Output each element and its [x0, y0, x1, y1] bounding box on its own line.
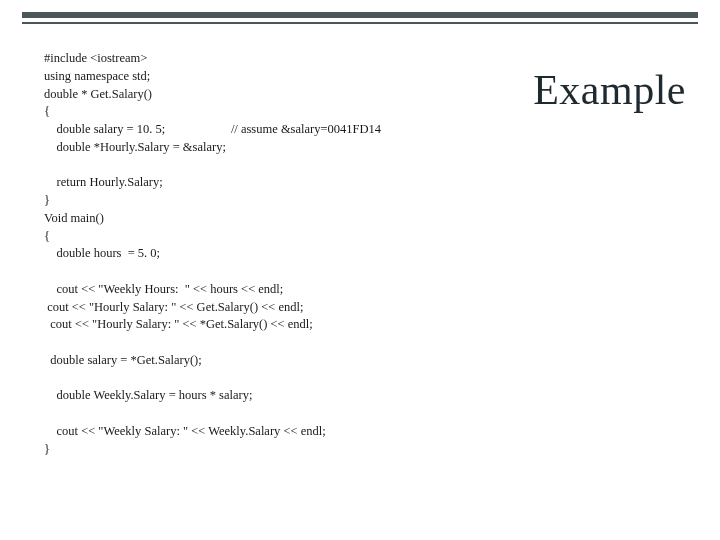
slide: Example #include <iostream> using namesp… [0, 0, 720, 540]
divider-thick [22, 12, 698, 18]
code-block: #include <iostream> using namespace std;… [44, 50, 381, 458]
slide-title: Example [533, 66, 686, 114]
divider-thin [22, 22, 698, 24]
